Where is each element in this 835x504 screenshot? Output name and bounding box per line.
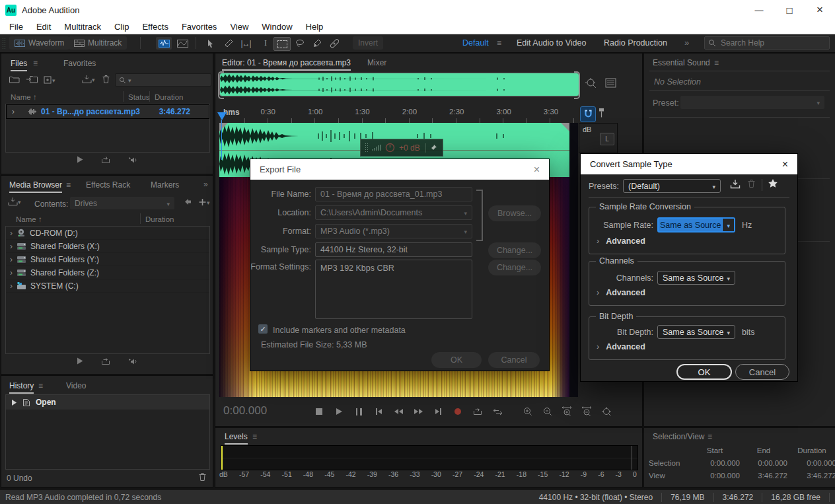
history-entry-open[interactable]: Open xyxy=(6,395,209,410)
files-search-field[interactable] xyxy=(115,73,211,87)
tab-favorites[interactable]: Favorites xyxy=(63,59,96,68)
fast-forward-button[interactable] xyxy=(410,406,427,417)
view-end[interactable]: 3:46.272 xyxy=(740,472,787,480)
view-start[interactable]: 0:00.000 xyxy=(690,472,740,480)
lasso-selection-tool[interactable] xyxy=(292,37,308,50)
menu-item[interactable]: View xyxy=(223,20,255,34)
skip-to-end-button[interactable] xyxy=(429,406,447,417)
view-duration[interactable]: 3:46.272 xyxy=(787,472,835,480)
drive-row-system[interactable]: SYSTEM (C:) xyxy=(6,279,209,293)
show-waveform-toggle[interactable] xyxy=(156,37,172,50)
files-col-name[interactable]: Name xyxy=(11,93,31,101)
channels-advanced[interactable]: Advanced xyxy=(597,288,645,297)
zoom-out-horizontal-button[interactable] xyxy=(579,406,596,417)
zoom-in-vertical-button[interactable] xyxy=(519,406,536,417)
volume-knob-icon[interactable] xyxy=(385,143,395,153)
expand-chevron-icon[interactable] xyxy=(10,255,13,264)
media-browser-menu-icon[interactable] xyxy=(66,180,71,190)
paintbrush-selection-tool[interactable] xyxy=(309,37,325,50)
play-icon[interactable] xyxy=(76,357,84,365)
favorite-star-icon[interactable] xyxy=(768,178,778,188)
presets-dropdown[interactable]: (Default) xyxy=(623,179,721,193)
loop-playback-icon[interactable] xyxy=(101,156,111,164)
channels-dropdown[interactable]: Same as Source xyxy=(657,271,735,285)
convert-ok-button[interactable]: OK xyxy=(676,364,732,380)
auto-play-speaker-icon[interactable] xyxy=(128,357,139,365)
spot-healing-tool[interactable] xyxy=(326,37,342,50)
tab-mixer[interactable]: Mixer xyxy=(367,58,386,67)
hud-grip-icon[interactable] xyxy=(365,143,368,153)
skip-to-start-button[interactable] xyxy=(370,406,387,417)
close-icon[interactable] xyxy=(534,164,540,176)
more-workspaces-icon[interactable] xyxy=(684,38,689,48)
close-button[interactable] xyxy=(805,0,835,20)
volume-hud[interactable]: +0 dB xyxy=(360,139,443,157)
close-icon[interactable] xyxy=(782,159,788,170)
marker-pin-icon[interactable] xyxy=(599,108,604,118)
playhead-time[interactable]: 0:00.000 xyxy=(223,404,267,417)
batch-export-icon[interactable] xyxy=(82,75,95,84)
tab-history[interactable]: History xyxy=(9,381,34,394)
delete-preset-icon[interactable] xyxy=(747,179,756,188)
drive-row-cdrom[interactable]: CD-ROM (D:) xyxy=(6,227,209,240)
add-shortcut-icon[interactable] xyxy=(198,198,210,207)
track-list-icon[interactable] xyxy=(605,78,616,88)
location-dropdown[interactable]: C:\Users\Admin\Documents xyxy=(315,205,472,220)
drive-row-x[interactable]: Shared Folders (X:) xyxy=(6,240,209,253)
tab-effects-rack[interactable]: Effects Rack xyxy=(86,180,130,190)
bit-depth-advanced[interactable]: Advanced xyxy=(597,342,645,351)
workspace-tab-radio[interactable]: Radio Production xyxy=(604,38,667,48)
editor-menu-icon[interactable] xyxy=(328,58,332,67)
menu-item[interactable]: Effects xyxy=(135,20,175,34)
zoom-in-horizontal-button[interactable] xyxy=(559,406,576,417)
invert-button[interactable]: Invert xyxy=(353,36,383,50)
sample-rate-selected-text[interactable]: Same as Source xyxy=(659,219,722,231)
move-tool[interactable] xyxy=(202,37,218,50)
preset-dropdown[interactable] xyxy=(680,96,824,109)
expand-chevron-icon[interactable] xyxy=(10,268,13,277)
tab-selection-view[interactable]: Selection/View xyxy=(653,432,705,441)
tab-media-browser[interactable]: Media Browser xyxy=(9,180,62,193)
export-dialog-titlebar[interactable]: Export File xyxy=(250,159,549,180)
more-tabs-icon[interactable] xyxy=(203,180,208,189)
bit-depth-dropdown[interactable]: Same as Source xyxy=(657,325,735,339)
levels-menu-icon[interactable] xyxy=(252,432,257,441)
left-channel-button[interactable]: L xyxy=(600,133,614,145)
marquee-selection-tool[interactable] xyxy=(273,37,291,51)
drive-row-z[interactable]: Shared Folders (Z:) xyxy=(6,266,209,279)
rewind-button[interactable] xyxy=(390,406,407,417)
selection-start[interactable]: 0:00.000 xyxy=(690,459,740,467)
save-preset-icon[interactable] xyxy=(730,179,741,189)
timeline-ruler[interactable]: 0:301:001:302:002:303:003:30 xyxy=(244,108,575,116)
include-markers-checkbox[interactable] xyxy=(258,324,268,334)
export-ok-button[interactable]: OK xyxy=(431,352,482,368)
trash-icon[interactable] xyxy=(198,472,207,482)
loop-playback-button[interactable] xyxy=(469,406,486,417)
menu-item[interactable]: Multitrack xyxy=(57,20,108,34)
auto-play-speaker-icon[interactable] xyxy=(128,156,139,164)
import-icon[interactable] xyxy=(8,197,21,206)
format-settings-change-button[interactable]: Change... xyxy=(488,260,541,275)
file-row[interactable]: 01 - Вр...до рассвета.mp3 3:46.272 xyxy=(6,104,209,119)
snap-toggle-button[interactable] xyxy=(580,106,596,122)
expand-chevron-icon[interactable] xyxy=(10,281,13,291)
browse-button[interactable]: Browse... xyxy=(488,205,541,221)
level-meter[interactable] xyxy=(221,445,638,470)
file-name[interactable]: 01 - Вр...до рассвета.mp3 xyxy=(41,107,140,116)
media-col-duration[interactable]: Duration xyxy=(145,215,174,223)
files-col-duration[interactable]: Duration xyxy=(155,93,183,101)
tab-video[interactable]: Video xyxy=(66,381,86,390)
tab-levels[interactable]: Levels xyxy=(225,432,248,445)
skip-selection-button[interactable] xyxy=(489,406,506,417)
minimize-button[interactable] xyxy=(744,0,774,20)
show-spectral-toggle[interactable] xyxy=(174,37,190,50)
workspace-tab-edit-audio[interactable]: Edit Audio to Video xyxy=(517,38,586,48)
file-name-field[interactable]: 01 - Время до рассвета_01.mp3 xyxy=(315,187,472,201)
zoom-out-vertical-button[interactable] xyxy=(539,406,556,417)
hud-volume-value[interactable]: +0 dB xyxy=(399,143,420,153)
overview-left-handle[interactable] xyxy=(218,71,224,99)
loop-playback-icon[interactable] xyxy=(101,357,111,365)
search-help-input[interactable] xyxy=(719,38,821,48)
open-file-icon[interactable] xyxy=(9,75,20,83)
sample-rate-combo[interactable]: Same as Source xyxy=(657,217,735,233)
